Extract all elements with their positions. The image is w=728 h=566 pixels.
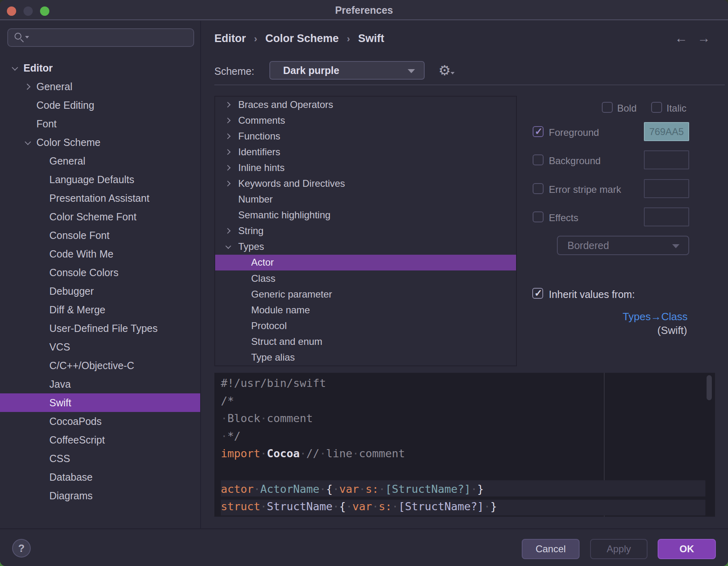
back-arrow-icon[interactable]: ← xyxy=(675,31,688,46)
option-item-keywords-and-directives[interactable]: Keywords and Directives xyxy=(215,175,516,191)
sidebar-item-java[interactable]: Java xyxy=(0,375,200,393)
breadcrumb-item-color-scheme[interactable]: Color Scheme xyxy=(265,32,339,45)
background-checkbox[interactable]: ✓ xyxy=(533,154,544,165)
sidebar-item-css[interactable]: CSS xyxy=(0,449,200,468)
effects-color-field[interactable] xyxy=(644,207,689,226)
bold-checkbox[interactable]: ✓ xyxy=(602,102,613,113)
background-color-field[interactable] xyxy=(644,150,689,169)
chevron-right-icon[interactable] xyxy=(225,181,231,186)
foreground-color-field[interactable]: 769AA5 xyxy=(644,122,689,141)
scheme-select[interactable]: Dark purple xyxy=(269,61,425,80)
chevron-down-icon[interactable] xyxy=(225,243,231,249)
option-item-functions[interactable]: Functions xyxy=(215,128,516,144)
apply-button[interactable]: Apply xyxy=(590,539,648,559)
sidebar-item-label: User-Defined File Types xyxy=(49,323,158,334)
sidebar-item-presentation-assistant[interactable]: Presentation Assistant xyxy=(0,189,200,207)
italic-checkbox[interactable]: ✓ xyxy=(651,102,662,113)
option-item-module-name[interactable]: Module name xyxy=(215,302,516,318)
sidebar-item-console-colors[interactable]: Console Colors xyxy=(0,263,200,282)
sidebar-item-diagrams[interactable]: Diagrams xyxy=(0,486,200,505)
chevron-right-icon[interactable] xyxy=(225,149,231,155)
sidebar-item-coffeescript[interactable]: CoffeeScript xyxy=(0,431,200,449)
foreground-checkbox[interactable]: ✓ xyxy=(533,126,544,137)
option-item-label: Struct and enum xyxy=(251,336,322,347)
sidebar-item-general[interactable]: General xyxy=(0,152,200,170)
chevron-down-icon[interactable] xyxy=(25,139,31,145)
sidebar-item-general[interactable]: General xyxy=(0,77,200,96)
sidebar-item-vcs[interactable]: VCS xyxy=(0,338,200,356)
code-token: · xyxy=(392,500,398,513)
option-item-generic-parameter[interactable]: Generic parameter xyxy=(215,286,516,302)
sidebar-item-color-scheme-font[interactable]: Color Scheme Font xyxy=(0,207,200,226)
option-item-struct-and-enum[interactable]: Struct and enum xyxy=(215,334,516,349)
error-stripe-mark-checkbox[interactable]: ✓ xyxy=(533,183,544,194)
chevron-right-icon[interactable] xyxy=(225,101,231,107)
breadcrumb: Editor›Color Scheme›Swift xyxy=(214,32,384,45)
option-item-types[interactable]: Types xyxy=(215,239,516,255)
option-item-protocol[interactable]: Protocol xyxy=(215,318,516,334)
chevron-right-icon[interactable] xyxy=(225,133,231,139)
option-item-number[interactable]: Number xyxy=(215,192,516,207)
sidebar-item-font[interactable]: Font xyxy=(0,114,200,133)
sidebar-item-label: Diff & Merge xyxy=(49,304,105,316)
sidebar-item-swift[interactable]: Swift xyxy=(0,393,200,412)
search-input[interactable] xyxy=(7,28,194,47)
sidebar-item-c-c-objective-c[interactable]: C/C++/Objective-C xyxy=(0,356,200,375)
sidebar-item-debugger[interactable]: Debugger xyxy=(0,282,200,300)
close-button[interactable] xyxy=(7,6,16,16)
scheme-label: Scheme: xyxy=(214,65,254,77)
chevron-right-icon[interactable] xyxy=(225,165,231,171)
option-item-actor[interactable]: Actor xyxy=(215,255,516,270)
sidebar-item-label: Swift xyxy=(49,397,71,409)
breadcrumb-item-editor[interactable]: Editor xyxy=(214,32,246,45)
chevron-right-icon[interactable] xyxy=(225,228,231,234)
cancel-button[interactable]: Cancel xyxy=(522,539,580,559)
chevron-down-icon[interactable] xyxy=(12,64,18,71)
sidebar-item-label: Console Font xyxy=(49,230,110,241)
option-item-label: Actor xyxy=(251,257,274,268)
help-button[interactable]: ? xyxy=(12,539,31,558)
breadcrumb-item-swift[interactable]: Swift xyxy=(358,32,385,45)
sidebar-item-user-defined-file-types[interactable]: User-Defined File Types xyxy=(0,319,200,338)
chevron-right-icon[interactable] xyxy=(225,118,231,123)
code-token: comment xyxy=(267,412,313,424)
code-token: · xyxy=(260,447,267,460)
effects-style-select[interactable]: Bordered xyxy=(557,236,689,255)
option-item-semantic-highlighting[interactable]: Semantic highlighting xyxy=(215,207,516,223)
option-item-inline-hints[interactable]: Inline hints xyxy=(215,160,516,175)
inherit-source-link[interactable]: Types→Class xyxy=(526,310,688,323)
option-item-type-alias[interactable]: Type alias xyxy=(215,350,516,365)
effects-checkbox[interactable]: ✓ xyxy=(533,211,544,222)
sidebar-item-cocoapods[interactable]: CocoaPods xyxy=(0,412,200,431)
sidebar-item-code-editing[interactable]: Code Editing xyxy=(0,96,200,114)
sidebar-item-database[interactable]: Database xyxy=(0,468,200,486)
sidebar-item-editor[interactable]: Editor xyxy=(0,59,200,77)
minimize-button[interactable] xyxy=(23,6,33,16)
code-token: s: xyxy=(366,483,379,495)
option-item-class[interactable]: Class xyxy=(215,270,516,286)
option-item-braces-and-operators[interactable]: Braces and Operators xyxy=(215,97,516,112)
code-token: · xyxy=(221,430,227,442)
option-item-string[interactable]: String xyxy=(215,223,516,239)
sidebar-item-label: C/C++/Objective-C xyxy=(49,360,134,372)
forward-arrow-icon[interactable]: → xyxy=(697,31,710,46)
error-stripe-mark-color-field[interactable] xyxy=(644,179,689,198)
search-options-chevron-icon xyxy=(25,36,29,38)
code-token: · xyxy=(300,447,306,460)
ok-button[interactable]: OK xyxy=(658,539,716,559)
sidebar-item-diff-merge[interactable]: Diff & Merge xyxy=(0,300,200,319)
option-item-comments[interactable]: Comments xyxy=(215,112,516,128)
preview-scrollbar[interactable] xyxy=(707,375,712,400)
sidebar-item-language-defaults[interactable]: Language Defaults xyxy=(0,170,200,189)
sidebar-item-label: Code Editing xyxy=(36,99,94,111)
sidebar-item-color-scheme[interactable]: Color Scheme xyxy=(0,133,200,152)
gear-icon[interactable]: ⚙ xyxy=(438,62,451,78)
option-item-identifiers[interactable]: Identifiers xyxy=(215,144,516,160)
inherit-values-checkbox[interactable]: ✓ xyxy=(532,288,543,299)
chevron-right-icon[interactable] xyxy=(24,83,31,90)
sidebar-item-label: CSS xyxy=(49,453,70,465)
sidebar-item-code-with-me[interactable]: Code With Me xyxy=(0,245,200,263)
zoom-button[interactable] xyxy=(40,6,49,16)
sidebar-item-console-font[interactable]: Console Font xyxy=(0,226,200,245)
code-line: actor·ActorName·{·var·s:·[StructName?]·} xyxy=(221,480,705,498)
